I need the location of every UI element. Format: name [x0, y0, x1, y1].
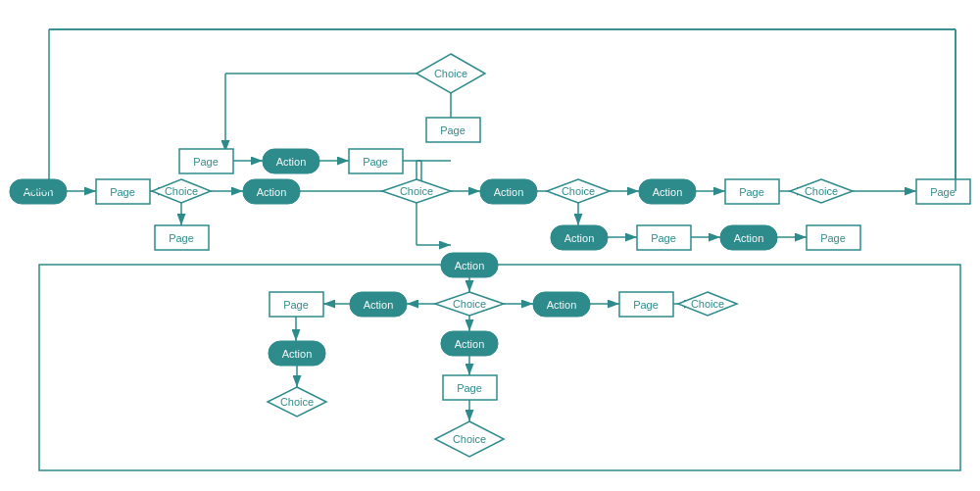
choice-mid-label: Choice: [400, 185, 433, 197]
page-far-right-label: Page: [930, 186, 956, 198]
action-5-label: Action: [564, 232, 595, 244]
page-1-label: Page: [193, 156, 219, 168]
choice-5-label: Choice: [691, 298, 724, 310]
action-1-label: Action: [276, 156, 307, 168]
page-5-label: Page: [820, 232, 846, 244]
choice-4-label: Choice: [805, 185, 838, 197]
action-6-label: Action: [734, 232, 764, 244]
action-10-label: Action: [455, 338, 485, 350]
choice-top-label: Choice: [434, 68, 467, 79]
action-3-label: Action: [494, 186, 524, 198]
page-below-choice-label: Page: [169, 232, 194, 244]
choice-left-label: Choice: [165, 185, 198, 197]
choice-6-label: Choice: [280, 396, 314, 408]
page-7-label: Page: [633, 299, 659, 311]
action-7-label: Action: [364, 299, 394, 311]
page-4-label: Page: [651, 232, 676, 244]
choice-3-label: Choice: [562, 185, 595, 197]
action-9-label: Action: [282, 348, 313, 360]
action-8-label: Action: [547, 299, 577, 311]
page-8-label: Page: [457, 382, 482, 394]
action-2-label: Action: [257, 186, 287, 198]
action-4-label: Action: [653, 186, 683, 198]
page-top-right-label: Page: [440, 124, 466, 136]
choice-inner-label: Choice: [453, 298, 486, 310]
choice-bottom-label: Choice: [453, 433, 486, 445]
page-3-label: Page: [739, 186, 764, 198]
page-2-label: Page: [363, 156, 388, 168]
page-6-label: Page: [283, 299, 309, 311]
page-left-label: Page: [110, 186, 135, 198]
action-center-label: Action: [455, 260, 485, 271]
